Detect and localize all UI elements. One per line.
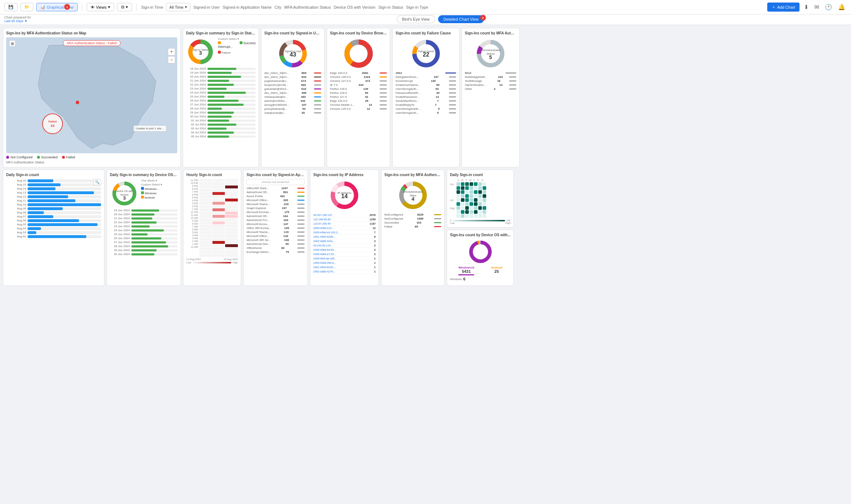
svg-text:3: 3: [123, 195, 125, 201]
graphical-view-button[interactable]: 📊 Graphical View 1: [36, 3, 78, 11]
hourly-signin-card: Hourly Sign-in count 11 PM10 PM9 PM8 PM7…: [183, 170, 241, 286]
cal-low: Low: [450, 222, 455, 224]
map-zoom-controls: + −: [168, 48, 175, 63]
device-os-title: Daily Sign-in summary by Device OS with …: [110, 173, 178, 177]
bar-item: 03 Jul 2024: [186, 127, 256, 130]
signin-status-card: Daily Sign-in summary by Sign-in Status …: [183, 28, 259, 167]
device-os-small-card: Sign-Ins count by Device OS with... Wind…: [447, 230, 514, 286]
daily-count-bars: Aug 16 Aug 15 Aug 14 Aug 13 Aug 12 Aug 1…: [6, 179, 101, 238]
chart-row-2: Daily Sign-in count 🔍 Aug 16 Aug 15 Aug …: [3, 170, 848, 286]
mfa-donut: MFA Authenticated Method 5: [465, 37, 516, 70]
hourly-heatmap: 11 PM10 PM9 PM8 PM7 PM6 PM5 PM4 PM3 PM2 …: [186, 179, 238, 257]
svg-point-1: [76, 101, 79, 104]
hourly-high: High: [233, 261, 238, 264]
bar-item: 04 Jul 2024: [186, 131, 256, 134]
bar-item: 02 Jul 2024: [186, 123, 256, 126]
svg-text:14: 14: [341, 193, 348, 199]
mfa-auth-title: Sign-Ins count by MFA Authentic...: [465, 31, 516, 35]
clock-icon[interactable]: 🕐: [823, 2, 834, 12]
cal-row-aug: Aug: [450, 206, 511, 210]
svg-text:4: 4: [412, 196, 414, 202]
zoom-in-btn[interactable]: +: [168, 48, 175, 55]
svg-point-58: [471, 242, 490, 261]
save-button[interactable]: 💾: [4, 3, 17, 11]
map-container: MFA Authentication Status : Failed ⊞ Fai…: [6, 37, 177, 153]
android-stat: Android 25: [491, 266, 502, 275]
signed-user-title: Sign-Ins count by Signed-in User: [264, 31, 321, 35]
folder-button[interactable]: 📁: [20, 3, 33, 11]
mfa-status-label: MFA Authentication Status: [284, 5, 331, 9]
calendar-title: Daily Sign-in count: [450, 173, 511, 177]
sign-in-time-select[interactable]: All Time ▾: [166, 3, 190, 11]
detailed-chart-view-button[interactable]: Detailed Chart View 2: [438, 15, 484, 23]
zoom-out-btn[interactable]: −: [168, 56, 175, 63]
legend-row: Interrupt... Success: [218, 41, 256, 49]
windows-legend: Windows...: [141, 187, 178, 191]
hourly-legend: Low High: [186, 261, 238, 264]
map-tools: ⊞: [9, 40, 16, 47]
success-legend: Success: [240, 41, 256, 49]
chevron-down-icon: ▾: [108, 5, 110, 9]
device-browser-donut: Device Browser 19: [330, 37, 387, 70]
bar-item: 01 Jul 2024: [186, 119, 256, 122]
filter-icon: ⊟: [121, 5, 124, 9]
filter-button[interactable]: ⊟ ▾: [117, 3, 132, 11]
browser-val-list: Edge 126.0.02681 Chrome 126.0.01324 Chro…: [330, 71, 387, 111]
device-os-bars: 19 Jun 2024 20 Jun 2024 21 Jun 2024 22 J…: [110, 209, 178, 256]
badge-1: 1: [64, 4, 70, 10]
views-button[interactable]: 👁 Views ▾: [87, 3, 114, 11]
donut-not-rendered: Donuts not rendered!: [247, 179, 305, 185]
toolbar-right: ＋ Add Chart ⬇ ✉ 🕐 🔔: [767, 2, 847, 12]
ip-title: Sign-Ins count by IP Address: [313, 173, 376, 177]
email-icon[interactable]: ✉: [813, 2, 821, 12]
bar-item: 22 Jun 2024: [186, 83, 256, 86]
device-os-week-select[interactable]: This Week ▾: [141, 179, 178, 182]
signed-user-label: Signed-in User: [193, 5, 220, 9]
mfa-status-title: Sign-Ins count by MFA Authentic...: [384, 173, 441, 177]
sign-in-type-label: Sign-in Type: [406, 5, 428, 9]
city-label: City: [274, 5, 281, 9]
svg-text:43: 43: [290, 51, 296, 58]
search-button[interactable]: 🔍: [93, 179, 101, 185]
map-grid-btn[interactable]: ⊞: [9, 40, 16, 47]
failure-cause-card: Sign-Ins count by Failure Cause Failure …: [392, 28, 459, 167]
device-os-small-title: Sign-Ins count by Device OS with...: [450, 233, 511, 237]
signin-date-bars: 18 Jun 2024 19 Jun 2024 20 Jun 2024 21 J…: [186, 67, 256, 139]
not-configured-dot: [6, 156, 9, 159]
custom-select-label[interactable]: Custom Select ▾: [218, 37, 256, 41]
cal-day-headers: S M T W T F S: [457, 179, 511, 182]
badge-2: 2: [480, 15, 486, 21]
app-card: Sign-Ins count by Signed-in Appli... Don…: [243, 170, 308, 286]
cal-row-aug2: [450, 210, 511, 214]
sign-in-time-label: Sign-in Time: [141, 5, 163, 9]
main-content: Sign-Ins by MFA Authentication Status on…: [0, 25, 851, 291]
bar-item: 20 Jun 2024: [186, 75, 256, 78]
birds-eye-view-button[interactable]: Bird's Eye View: [397, 15, 435, 23]
bar-item: 05 Jul 2024: [186, 135, 256, 138]
windows2-legend: Windows: [141, 191, 178, 195]
cal-gradient: [453, 220, 505, 221]
bell-icon[interactable]: 🔔: [836, 2, 847, 12]
right-col: Daily Sign-in count S M T W T F S Jun: [447, 170, 514, 286]
mfa-status-donut: MFA Authentication Status 4: [384, 179, 441, 212]
device-os-label: Device OS with Version: [334, 5, 375, 9]
legend-not-configured: Not Configured: [6, 155, 33, 159]
signed-user-donut: Signed-in User 43: [264, 37, 321, 70]
cal-legend: 0 244: [450, 219, 511, 222]
calendar-heatmap-card: Daily Sign-in count S M T W T F S Jun: [447, 170, 514, 228]
mfa-method-list: 5213 MobileAppNotif...216 TextMessage18 …: [465, 71, 516, 91]
add-chart-button[interactable]: ＋ Add Chart: [767, 3, 800, 12]
device-os-custom-select[interactable]: Custom Select ▾: [141, 183, 178, 186]
map-card-title: Sign-Ins by MFA Authentication Status on…: [6, 31, 177, 35]
map-svg: Failed 15: [6, 37, 177, 153]
chart-prepared-label: Chart prepared for Last 60 Days ▼: [4, 16, 31, 23]
failure-cause-title: Sign-Ins count by Failure Cause: [396, 31, 456, 35]
device-os-small-donut: [450, 239, 511, 265]
cal-range-high: 244: [507, 219, 511, 222]
filter-chevron: ▾: [126, 5, 128, 9]
win10-bar: [458, 274, 474, 275]
download-icon[interactable]: ⬇: [802, 2, 810, 12]
svg-text:22: 22: [423, 51, 429, 58]
cal-row-jul: Jul: [450, 198, 511, 202]
android-legend: Android: [141, 196, 178, 199]
